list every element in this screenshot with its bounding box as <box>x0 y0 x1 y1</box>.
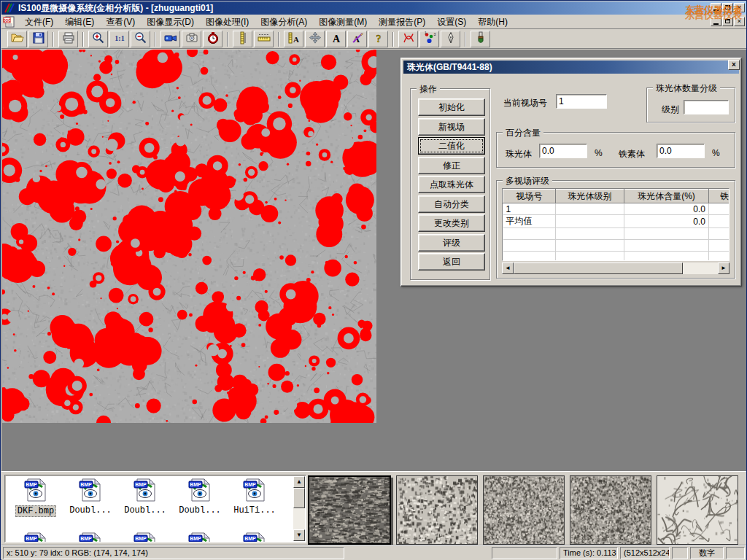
menu-item-6[interactable]: 图像测量(M) <box>313 15 373 28</box>
camera-button[interactable] <box>182 31 201 47</box>
menu-item-0[interactable]: 文件(F) <box>19 15 59 28</box>
file-item-partial[interactable]: BMP <box>119 532 171 542</box>
video-camera-button[interactable] <box>160 31 180 47</box>
thumbnail-thumb-4[interactable] <box>570 475 651 545</box>
op-button-7[interactable]: 评级 <box>418 234 485 252</box>
table-row[interactable] <box>503 240 730 252</box>
scroll-up-icon[interactable]: ▲ <box>293 476 305 488</box>
camera-icon <box>185 31 198 47</box>
op-button-8[interactable]: 返回 <box>418 253 485 271</box>
file-item-partial[interactable]: BMP <box>9 532 62 542</box>
time-status: Time (s): 0.113 <box>560 547 618 559</box>
save-button[interactable] <box>28 31 48 47</box>
op-button-2[interactable]: 二值化 <box>418 137 485 155</box>
caliper-button[interactable] <box>233 31 252 47</box>
table-row[interactable]: 平均值0.0 <box>503 215 730 228</box>
thumbnail-thumb-5[interactable] <box>657 475 738 545</box>
scroll-left-icon[interactable]: ◄ <box>502 262 514 274</box>
calibrate-button[interactable]: A <box>284 31 303 47</box>
brush-button[interactable] <box>471 31 490 47</box>
curve-button[interactable] <box>398 31 418 47</box>
op-button-4[interactable]: 点取珠光体 <box>418 176 485 193</box>
menu-item-1[interactable]: 编辑(E) <box>59 15 100 28</box>
table-header-0[interactable]: 视场号 <box>503 190 556 203</box>
toolbar-separator <box>465 32 466 47</box>
menu-item-4[interactable]: 图像处理(I) <box>200 15 255 28</box>
scrollbar-thumb[interactable] <box>514 262 683 274</box>
ruler-button[interactable] <box>254 31 274 47</box>
thumbnail-thumb-3[interactable] <box>483 475 565 545</box>
pen-button[interactable] <box>441 31 460 47</box>
table-row[interactable]: 10.0 <box>503 203 730 215</box>
title-bar: IS100显微摄像系统(金相分析版) - [zhuguangti01] × <box>1 1 746 15</box>
current-field-input[interactable] <box>556 94 607 109</box>
micrograph-image[interactable] <box>2 50 376 423</box>
file-item-partial[interactable]: BMP <box>64 532 117 542</box>
empty-pane <box>672 547 688 559</box>
text-button[interactable]: A <box>326 31 346 47</box>
open-button[interactable] <box>7 31 27 47</box>
scrollbar-track[interactable] <box>683 262 718 274</box>
move-button[interactable] <box>305 31 325 47</box>
table-header-1[interactable]: 珠光体级别 <box>556 190 624 203</box>
actual-size-button[interactable]: 1:1 <box>109 31 129 47</box>
table-header-3[interactable]: 铁素体含量(%) <box>709 190 730 203</box>
menu-item-5[interactable]: 图像分析(A) <box>255 15 313 28</box>
table-row[interactable] <box>503 228 730 240</box>
file-item-partial[interactable]: BMP <box>228 532 281 542</box>
thumbnail-thumb-1[interactable] <box>308 475 391 545</box>
menu-items: 文件(F)编辑(E)查看(V)图像显示(D)图像处理(I)图像分析(A)图像测量… <box>19 15 514 28</box>
actual-size-icon: 1:1 <box>113 31 126 47</box>
timer-button[interactable] <box>203 31 222 47</box>
file-item-1[interactable]: BMPDoubl... <box>64 478 117 516</box>
file-item-4[interactable]: BMPHuiTi... <box>228 478 281 516</box>
file-item-partial[interactable]: BMP <box>174 532 226 542</box>
toolbar-separator <box>155 32 156 47</box>
table-horizontal-scrollbar[interactable]: ◄ ► <box>502 262 729 274</box>
toolbar: 1:1AAA?31 <box>1 30 746 49</box>
menu-item-2[interactable]: 查看(V) <box>100 15 141 28</box>
table-header-2[interactable]: 珠光体含量(%) <box>624 190 709 203</box>
file-name: Doubl... <box>68 505 113 516</box>
menu-item-8[interactable]: 设置(S) <box>431 15 472 28</box>
help-button[interactable]: ? <box>368 31 388 47</box>
menu-item-3[interactable]: 图像显示(D) <box>141 15 200 28</box>
rating-group-label: 多视场评级 <box>503 175 552 187</box>
scroll-right-icon[interactable]: ► <box>718 262 729 274</box>
operations-group-label: 操作 <box>417 83 440 96</box>
child-minimize-button[interactable] <box>711 17 721 26</box>
points-button[interactable]: 31 <box>419 31 439 47</box>
file-item-0[interactable]: BMPDKF.bmp <box>9 478 62 517</box>
annotate-button[interactable]: A <box>347 31 367 47</box>
child-close-button[interactable]: × <box>734 17 745 26</box>
op-button-3[interactable]: 修正 <box>418 157 485 174</box>
toolbar-group-5: AAA? <box>281 31 391 47</box>
zoom-out-button[interactable] <box>131 31 150 47</box>
ferrite-percent-input[interactable] <box>657 144 705 158</box>
op-button-6[interactable]: 更改类别 <box>418 214 485 232</box>
move-icon <box>309 31 322 47</box>
dialog-close-icon[interactable]: × <box>728 60 740 70</box>
zoom-in-button[interactable] <box>88 31 108 47</box>
table-row[interactable] <box>503 252 730 262</box>
file-vertical-scrollbar[interactable]: ▲ ▼ <box>293 476 305 541</box>
print-button[interactable] <box>58 31 78 47</box>
thumbnail-thumb-2[interactable] <box>396 475 478 545</box>
points-icon: 31 <box>423 31 436 47</box>
toolbar-group-3 <box>158 31 225 47</box>
op-button-1[interactable]: 新视场 <box>418 118 485 136</box>
rating-table[interactable]: 视场号珠光体级别珠光体含量(%)铁素体含量(%)10.0平均值0.0 <box>502 188 729 261</box>
grade-input[interactable] <box>684 100 729 114</box>
menu-item-7[interactable]: 测量报告(P) <box>373 15 431 28</box>
child-restore-button[interactable] <box>722 17 733 26</box>
op-button-0[interactable]: 初始化 <box>418 98 485 116</box>
file-item-3[interactable]: BMPDoubl... <box>174 478 226 516</box>
menu-item-9[interactable]: 帮助(H) <box>472 15 514 28</box>
dialog-title-bar[interactable]: 珠光体(GB/T9441-88) <box>403 61 739 74</box>
text-icon: A <box>330 31 343 47</box>
file-item-2[interactable]: BMPDoubl... <box>119 478 171 516</box>
scroll-down-icon[interactable]: ▼ <box>293 529 305 541</box>
scrollbar-thumb[interactable] <box>293 488 305 508</box>
op-button-5[interactable]: 自动分类 <box>418 195 485 213</box>
pearlite-percent-input[interactable] <box>539 144 587 158</box>
